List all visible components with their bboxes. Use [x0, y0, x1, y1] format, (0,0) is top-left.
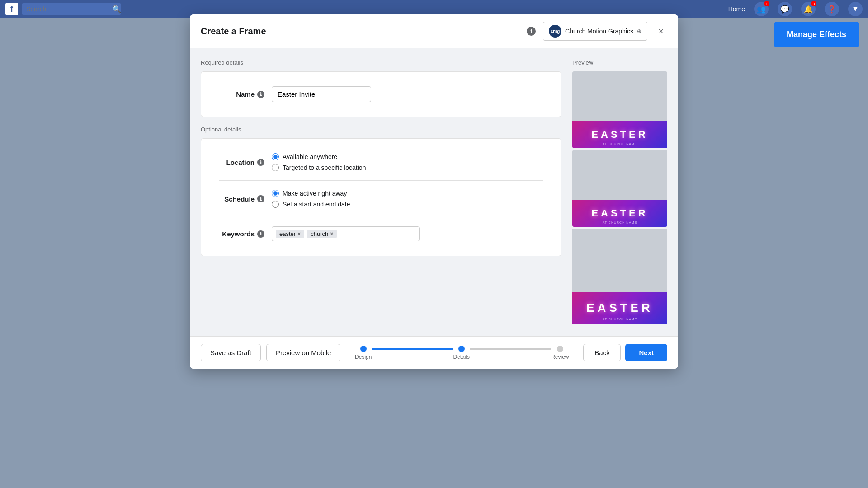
dialog-header-right: ℹ cmg Church Motion Graphics ⊕ × [527, 22, 667, 41]
divider-1 [219, 180, 543, 181]
schedule-info-icon[interactable]: ℹ [257, 195, 264, 202]
preview-banner-1: EASTER AT CHURCH NAME [572, 121, 667, 148]
name-input[interactable] [272, 86, 371, 102]
preview-banner-sub-1: AT CHURCH NAME [572, 142, 667, 145]
preview-banner-2: EASTER AT CHURCH NAME [572, 200, 667, 227]
step-details-label: Details [453, 354, 470, 360]
location-specific-option[interactable]: Targeted to a specific location [272, 164, 366, 171]
preview-area: Preview EASTER AT CHURCH NAME EASTER AT … [572, 59, 667, 325]
preview-mobile-button[interactable]: Preview on Mobile [266, 344, 341, 361]
keywords-input-container[interactable]: easter × church × [272, 226, 420, 241]
cmg-logo: cmg [549, 25, 561, 38]
keywords-row: Keywords ℹ easter × church × [219, 226, 543, 241]
friends-badge: 1 [764, 1, 769, 6]
location-info-icon[interactable]: ℹ [257, 159, 264, 166]
keywords-label: Keywords ℹ [219, 230, 264, 238]
dialog-header: Create a Frame ℹ cmg Church Motion Graph… [190, 14, 678, 48]
preview-item-3: EASTER AT CHURCH NAME [572, 229, 667, 324]
remove-easter-keyword[interactable]: × [297, 231, 301, 237]
required-card: Name ℹ [201, 71, 561, 117]
preview-items: EASTER AT CHURCH NAME EASTER AT CHURCH N… [572, 71, 667, 325]
name-info-icon[interactable]: ℹ [257, 91, 264, 98]
notifications-icon-btn[interactable]: 🔔 3 [801, 2, 816, 16]
step-design-dot [360, 346, 367, 352]
step-line-2 [470, 348, 551, 350]
step-review-dot [557, 346, 563, 352]
back-button[interactable]: Back [583, 344, 621, 361]
preview-banner-sub-2: AT CHURCH NAME [572, 221, 667, 224]
nav-right: Home 👥 1 💬 🔔 3 ❓ ▼ [728, 2, 863, 16]
schedule-row: Schedule ℹ Make active right away Set a … [219, 190, 543, 208]
location-anywhere-radio[interactable] [272, 153, 279, 160]
preview-gray-3 [572, 229, 667, 292]
preview-item-1: EASTER AT CHURCH NAME [572, 71, 667, 148]
form-area: Required details Name ℹ Optional details… [201, 59, 561, 325]
preview-banner-text-1: EASTER [591, 129, 648, 141]
preview-gray-2 [572, 150, 667, 200]
schedule-active-radio[interactable] [272, 190, 279, 197]
location-anywhere-option[interactable]: Available anywhere [272, 153, 366, 160]
progress-track: Design Details Review [355, 346, 569, 360]
notifications-badge: 3 [811, 1, 816, 6]
remove-church-keyword[interactable]: × [330, 231, 333, 237]
footer-left: Save as Draft Preview on Mobile [201, 344, 340, 361]
location-label: Location ℹ [219, 159, 264, 166]
preview-banner-text-2: EASTER [591, 207, 648, 219]
dialog-title: Create a Frame [201, 26, 266, 37]
location-radio-group: Available anywhere Targeted to a specifi… [272, 153, 366, 171]
create-frame-dialog: Create a Frame ℹ cmg Church Motion Graph… [190, 14, 678, 369]
preview-banner-3: EASTER AT CHURCH NAME [572, 292, 667, 324]
fb-logo: f [5, 3, 18, 15]
dialog-footer: Save as Draft Preview on Mobile Design D… [190, 336, 678, 369]
step-design: Design [355, 346, 372, 360]
optional-section-label: Optional details [201, 126, 561, 133]
schedule-radio-group: Make active right away Set a start and e… [272, 190, 350, 208]
messages-icon-btn[interactable]: 💬 [778, 2, 792, 16]
required-section-label: Required details [201, 59, 561, 66]
name-label: Name ℹ [219, 90, 264, 98]
keyword-tag-easter: easter × [276, 230, 304, 238]
optional-card: Location ℹ Available anywhere Targeted t… [201, 138, 561, 256]
divider-2 [219, 217, 543, 217]
cmg-selector[interactable]: cmg Church Motion Graphics ⊕ [543, 22, 647, 41]
step-review: Review [551, 346, 569, 360]
dialog-body: Required details Name ℹ Optional details… [190, 48, 678, 336]
dialog-info-icon[interactable]: ℹ [527, 27, 536, 36]
preview-banner-text-3: EASTER [586, 301, 653, 315]
cmg-dropdown-arrow: ⊕ [637, 28, 642, 34]
location-specific-radio[interactable] [272, 164, 279, 171]
footer-right: Back Next [583, 344, 667, 361]
schedule-dates-radio[interactable] [272, 201, 279, 208]
footer-progress: Design Details Review [340, 346, 583, 360]
manage-effects-button[interactable]: Manage Effects [774, 22, 859, 47]
step-line-1 [372, 348, 453, 350]
keywords-text-input[interactable] [340, 230, 415, 237]
preview-gray-1 [572, 71, 667, 121]
preview-item-2: EASTER AT CHURCH NAME [572, 150, 667, 227]
schedule-active-option[interactable]: Make active right away [272, 190, 350, 197]
dialog-close-button[interactable]: × [655, 25, 667, 38]
account-icon-btn[interactable]: ▼ [848, 2, 863, 16]
next-button[interactable]: Next [625, 344, 667, 361]
schedule-dates-option[interactable]: Set a start and end date [272, 201, 350, 208]
location-row: Location ℹ Available anywhere Targeted t… [219, 153, 543, 171]
name-row: Name ℹ [219, 86, 543, 102]
friends-icon-btn[interactable]: 👥 1 [754, 2, 769, 16]
search-icon: 🔍 [112, 5, 121, 14]
keyword-tag-church: church × [307, 230, 337, 238]
keywords-info-icon[interactable]: ℹ [257, 230, 264, 238]
step-review-label: Review [551, 354, 569, 360]
preview-banner-sub-3: AT CHURCH NAME [572, 318, 667, 321]
preview-label: Preview [572, 59, 667, 66]
save-draft-button[interactable]: Save as Draft [201, 344, 261, 361]
help-icon-btn[interactable]: ❓ [825, 2, 839, 16]
cmg-name: Church Motion Graphics [565, 28, 633, 35]
step-design-label: Design [355, 354, 372, 360]
schedule-label: Schedule ℹ [219, 195, 264, 203]
home-link[interactable]: Home [728, 5, 745, 13]
step-details: Details [453, 346, 470, 360]
search-input[interactable] [22, 3, 121, 15]
step-details-dot [458, 346, 465, 352]
